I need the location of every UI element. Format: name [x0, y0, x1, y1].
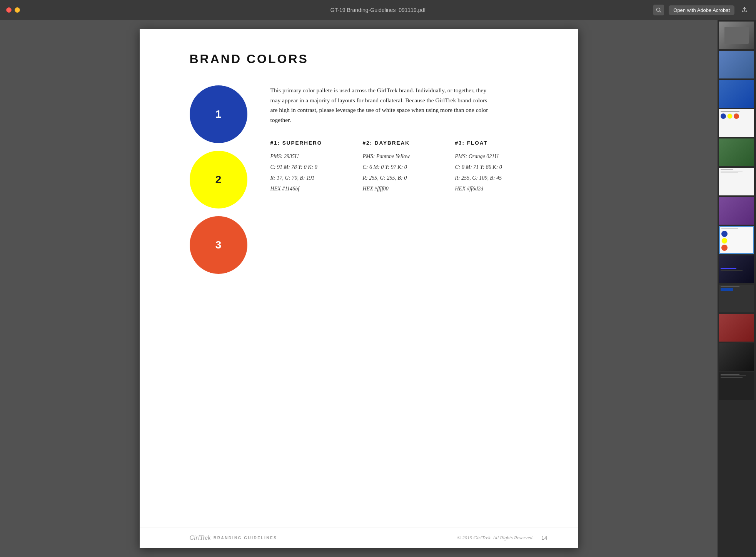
color-spec-float: #3: FLOAT PMS: Orange 021U C: 0 M: 71 Y:…: [455, 140, 547, 197]
thumbnail-10[interactable]: [719, 285, 754, 312]
thumbnail-11[interactable]: [719, 314, 754, 342]
thumbnail-3[interactable]: [719, 80, 754, 108]
spec-hex-2: HEX #ffff00: [363, 186, 447, 192]
thumbnail-1[interactable]: [719, 22, 754, 49]
spec-title-1: #1: SUPERHERO: [270, 140, 355, 146]
pdf-viewer: BRAND COLORS 1 2 3: [0, 20, 718, 557]
spec-hex-3: HEX #ff6d2d: [455, 186, 540, 192]
titlebar: GT-19 Branding-Guidelines_091119.pdf Ope…: [0, 0, 756, 20]
thumbnail-7[interactable]: [719, 197, 754, 225]
page-content: BRAND COLORS 1 2 3: [140, 29, 578, 527]
footer-tagline: BRANDING GUIDELINES: [214, 536, 277, 540]
color-specs: #1: SUPERHERO PMS: 2935U C: 91 M: 78 Y: …: [270, 140, 547, 197]
pdf-page: BRAND COLORS 1 2 3: [140, 29, 578, 548]
spec-hex-1: HEX #1146bf: [270, 186, 355, 192]
thumbnail-sidebar[interactable]: [718, 20, 756, 557]
spec-cmyk-3: C: 0 M: 71 Y: 86 K: 0: [455, 164, 540, 170]
svg-line-1: [660, 11, 661, 13]
color-circle-1: 1: [190, 85, 247, 143]
thumbnail-4[interactable]: [719, 109, 754, 137]
search-button[interactable]: [653, 5, 664, 15]
description-text: This primary color pallete is used acros…: [270, 85, 494, 125]
thumbnail-12[interactable]: [719, 343, 754, 371]
page-footer: GirlTrek BRANDING GUIDELINES © 2019 Girl…: [140, 527, 578, 548]
minimize-button[interactable]: [15, 7, 20, 13]
color-spec-superhero: #1: SUPERHERO PMS: 2935U C: 91 M: 78 Y: …: [270, 140, 363, 197]
spec-pms-2: PMS: Pantone Yellow: [363, 153, 447, 160]
thumbnail-8[interactable]: [719, 226, 754, 254]
thumbnail-5[interactable]: [719, 138, 754, 166]
color-spec-daybreak: #2: DAYBREAK PMS: Pantone Yellow C: 6 M:…: [363, 140, 455, 197]
close-button[interactable]: [6, 7, 12, 13]
circles-column: 1 2 3: [190, 85, 247, 274]
thumbnail-13[interactable]: [719, 372, 754, 400]
spec-title-2: #2: DAYBREAK: [363, 140, 447, 146]
spec-rgb-2: R: 255, G: 255, B: 0: [363, 175, 447, 181]
thumbnail-2[interactable]: [719, 51, 754, 78]
window-title: GT-19 Branding-Guidelines_091119.pdf: [330, 7, 426, 13]
spec-pms-3: PMS: Orange 021U: [455, 153, 540, 160]
color-circle-3: 3: [190, 216, 247, 274]
spec-pms-1: PMS: 2935U: [270, 153, 355, 160]
footer-copyright: © 2019 GirlTrek. All Rights Reserved.: [457, 535, 534, 541]
spec-cmyk-2: C: 6 M: 0 Y: 97 K: 0: [363, 164, 447, 170]
share-button[interactable]: [739, 5, 750, 15]
page-title: BRAND COLORS: [190, 52, 547, 66]
color-circle-2: 2: [190, 151, 247, 208]
footer-brand: GirlTrek BRANDING GUIDELINES: [190, 534, 277, 541]
spec-rgb-3: R: 255, G: 109, B: 45: [455, 175, 540, 181]
right-content: This primary color pallete is used acros…: [270, 85, 547, 197]
spec-rgb-1: R: 17, G: 70, B: 191: [270, 175, 355, 181]
thumbnail-9[interactable]: [719, 255, 754, 283]
content-body: 1 2 3 This primary color pallete is used…: [190, 85, 547, 274]
titlebar-actions: Open with Adobe Acrobat: [653, 5, 750, 15]
footer-logo: GirlTrek: [190, 534, 211, 541]
spec-cmyk-1: C: 91 M: 78 Y: 0 K: 0: [270, 164, 355, 170]
main-area: BRAND COLORS 1 2 3: [0, 20, 756, 557]
window-controls: [6, 7, 20, 13]
thumbnail-6[interactable]: [719, 168, 754, 195]
open-acrobat-button[interactable]: Open with Adobe Acrobat: [669, 5, 734, 15]
footer-page-number: 14: [541, 535, 547, 541]
spec-title-3: #3: FLOAT: [455, 140, 540, 146]
